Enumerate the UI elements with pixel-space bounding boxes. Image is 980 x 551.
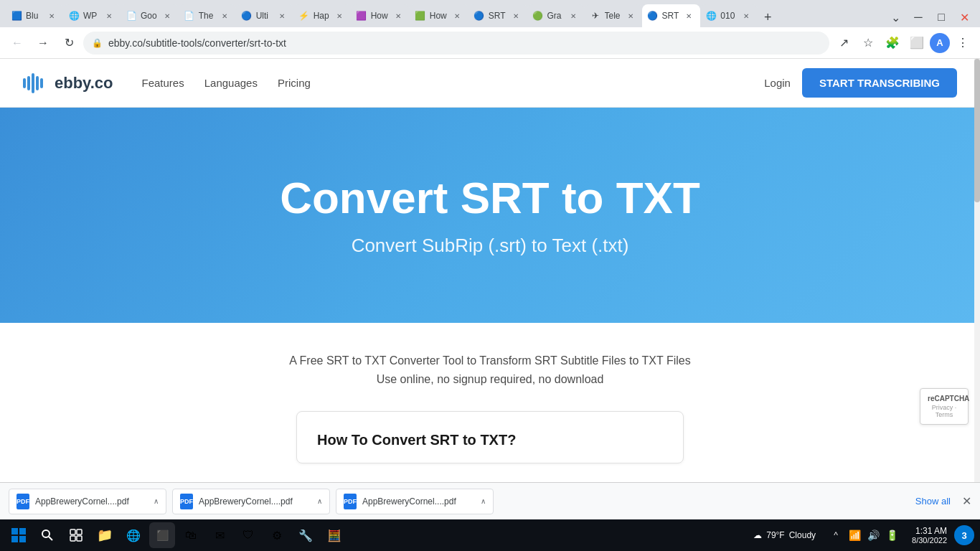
- start-transcribing-button[interactable]: START TRANSCRIBING: [802, 68, 957, 98]
- site-nav-right: Login START TRANSCRIBING: [764, 68, 957, 98]
- sidebar-button[interactable]: ⬜: [905, 32, 928, 55]
- download-chevron-2[interactable]: ∧: [317, 497, 322, 505]
- tab-list-button[interactable]: ⌄: [885, 7, 905, 27]
- tab-favicon-ulti: 🔵: [242, 11, 252, 21]
- tab-close-wp[interactable]: ✕: [103, 10, 115, 22]
- tab-favicon-010: 🌐: [706, 11, 716, 21]
- tab-hap[interactable]: ⚡ Hap ✕: [293, 4, 351, 27]
- site-nav-links: Features Languages Pricing: [142, 77, 311, 89]
- weather-temp: 79°F: [766, 530, 784, 540]
- download-pdf-icon-3: PDF: [344, 494, 357, 509]
- tab-srt2[interactable]: 🔵 SRT ✕: [642, 4, 701, 27]
- tab-wp[interactable]: 🌐 WP ✕: [63, 4, 121, 27]
- tab-label-srt2: SRT: [662, 11, 679, 21]
- tab-close-goo[interactable]: ✕: [161, 10, 173, 22]
- taskbar: 📁 🌐 ⬛ 🛍 ✉ 🛡 ⚙ 🔧 🧮 ☁ 79°F Cloudy ^ 📶 🔊 🔋 …: [0, 519, 980, 551]
- tab-blu[interactable]: 🟦 Blu ✕: [6, 4, 63, 27]
- clock[interactable]: 1:31 AM 8/30/2022: [906, 526, 953, 545]
- taskbar-search-button[interactable]: [34, 522, 60, 548]
- menu-button[interactable]: ⋮: [951, 32, 974, 55]
- scrollbar[interactable]: [974, 59, 980, 482]
- taskbar-chrome[interactable]: 🌐: [121, 522, 146, 548]
- taskbar-task-view-button[interactable]: [63, 522, 89, 548]
- show-all-button[interactable]: Show all: [910, 493, 956, 509]
- system-tray: ^ 📶 🔊 🔋: [823, 528, 905, 542]
- tab-goo[interactable]: 📄 Goo ✕: [121, 4, 179, 27]
- taskbar-terminal[interactable]: ⬛: [149, 522, 175, 548]
- start-menu-button[interactable]: [6, 522, 32, 548]
- tab-label-gra: Gra: [547, 11, 563, 21]
- tab-010[interactable]: 🌐 010 ✕: [700, 4, 758, 27]
- svg-rect-8: [70, 536, 75, 541]
- tab-label-ulti: Ulti: [256, 11, 272, 21]
- tab-favicon-how1: 🟪: [357, 11, 367, 21]
- site-logo[interactable]: ebby.co: [23, 72, 113, 95]
- tab-the[interactable]: 📄 The ✕: [179, 4, 236, 27]
- download-item-3: PDF AppBreweryCornel....pdf ∧: [336, 489, 494, 514]
- tab-srt1[interactable]: 🔵 SRT ✕: [468, 4, 527, 27]
- tab-close-gra[interactable]: ✕: [567, 10, 579, 22]
- tab-close-hap[interactable]: ✕: [334, 10, 345, 22]
- tab-gra[interactable]: 🟢 Gra ✕: [527, 4, 585, 27]
- tab-close-ulti[interactable]: ✕: [276, 10, 288, 22]
- login-link[interactable]: Login: [764, 77, 791, 89]
- logo-icon: [23, 72, 43, 95]
- svg-rect-9: [77, 536, 82, 541]
- tab-how2[interactable]: 🟩 How ✕: [410, 4, 468, 27]
- scrollbar-thumb[interactable]: [974, 59, 980, 202]
- recaptcha-subtext: Privacy · Terms: [928, 404, 961, 418]
- tab-close-the[interactable]: ✕: [219, 10, 230, 22]
- tray-chevron[interactable]: ^: [829, 528, 843, 542]
- svg-line-5: [49, 537, 52, 540]
- taskbar-mail[interactable]: ✉: [207, 522, 232, 548]
- taskbar-chrome2[interactable]: ⚙: [264, 522, 290, 548]
- nav-pricing[interactable]: Pricing: [278, 77, 311, 89]
- address-bar[interactable]: 🔒 ebby.co/subtitle-tools/converter/srt-t…: [83, 32, 829, 55]
- bookmark-button[interactable]: ☆: [857, 32, 880, 55]
- tab-ulti[interactable]: 🔵 Ulti ✕: [236, 4, 293, 27]
- taskbar-mcafee[interactable]: 🛡: [235, 522, 261, 548]
- tab-close-srt2[interactable]: ✕: [683, 10, 694, 22]
- close-downloads-button[interactable]: ✕: [962, 494, 971, 508]
- taskbar-app1[interactable]: 🔧: [293, 522, 319, 548]
- taskbar-file-explorer[interactable]: 📁: [92, 522, 118, 548]
- refresh-button[interactable]: ↻: [57, 32, 80, 55]
- tray-volume[interactable]: 🔊: [866, 528, 880, 542]
- close-button[interactable]: ✕: [954, 7, 974, 27]
- extensions-button[interactable]: 🧩: [881, 32, 904, 55]
- forward-button[interactable]: →: [32, 32, 55, 55]
- maximize-button[interactable]: □: [931, 7, 951, 27]
- tab-close-tele[interactable]: ✕: [625, 10, 636, 22]
- profile-button[interactable]: A: [930, 33, 950, 53]
- logo-bar-1: [23, 78, 26, 88]
- download-pdf-icon-2: PDF: [180, 494, 193, 509]
- share-button[interactable]: ↗: [832, 32, 855, 55]
- new-tab-button[interactable]: +: [758, 7, 778, 27]
- tab-favicon-goo: 📄: [126, 11, 136, 21]
- tab-close-srt1[interactable]: ✕: [510, 10, 522, 22]
- tab-label-how1: How: [371, 11, 388, 21]
- nav-features[interactable]: Features: [142, 77, 184, 89]
- tab-how1[interactable]: 🟪 How ✕: [351, 4, 410, 27]
- address-text: ebby.co/subtitle-tools/converter/srt-to-…: [108, 37, 821, 49]
- taskbar-store[interactable]: 🛍: [178, 522, 204, 548]
- tab-favicon-how2: 🟩: [415, 11, 425, 21]
- taskbar-calc[interactable]: 🧮: [321, 522, 347, 548]
- tab-close-how2[interactable]: ✕: [451, 10, 463, 22]
- tab-favicon-srt2: 🔵: [648, 11, 658, 21]
- tab-tele[interactable]: ✈ Tele ✕: [585, 4, 642, 27]
- tab-close-how1[interactable]: ✕: [392, 10, 404, 22]
- tray-network[interactable]: 📶: [847, 528, 862, 542]
- minimize-button[interactable]: ─: [908, 7, 928, 27]
- nav-languages[interactable]: Languages: [204, 77, 258, 89]
- tab-close-010[interactable]: ✕: [740, 10, 752, 22]
- weather-widget[interactable]: ☁ 79°F Cloudy: [748, 530, 821, 540]
- back-button[interactable]: ←: [6, 32, 29, 55]
- download-chevron-1[interactable]: ∧: [154, 497, 159, 505]
- tab-close-blu[interactable]: ✕: [46, 10, 57, 22]
- content-section: A Free SRT to TXT Converter Tool to Tran…: [0, 323, 980, 482]
- notification-badge[interactable]: 3: [954, 525, 974, 545]
- tray-battery[interactable]: 🔋: [885, 528, 899, 542]
- description-line2: Use online, no signup required, no downl…: [289, 370, 690, 389]
- download-chevron-3[interactable]: ∧: [481, 497, 486, 505]
